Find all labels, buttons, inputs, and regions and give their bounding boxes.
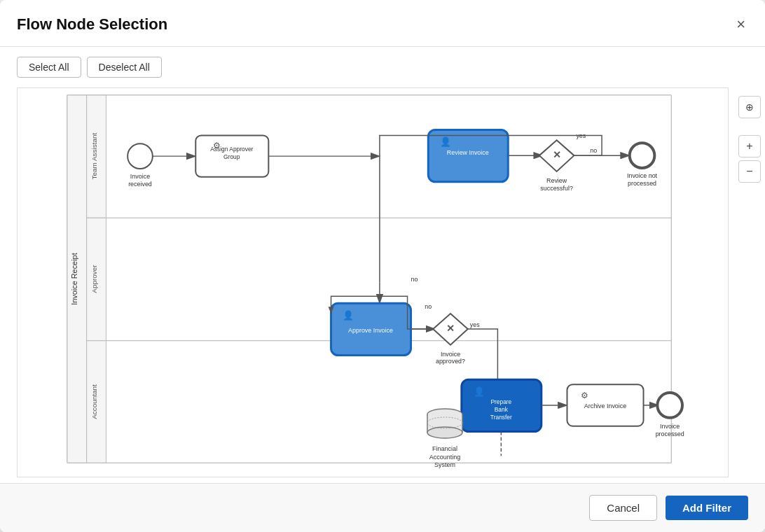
svg-text:👤: 👤 (474, 386, 485, 398)
toolbar: Select All Deselect All (0, 47, 765, 88)
modal-header: Flow Node Selection × (0, 0, 765, 47)
deselect-all-button[interactable]: Deselect All (87, 57, 162, 78)
svg-text:approved?: approved? (436, 358, 465, 365)
svg-text:Invoice: Invoice (130, 173, 150, 180)
svg-text:✕: ✕ (446, 323, 455, 334)
svg-text:processed: processed (656, 430, 684, 438)
svg-text:Group: Group (223, 153, 240, 160)
svg-text:Review Invoice: Review Invoice (447, 149, 489, 156)
zoom-in-button[interactable]: + (738, 135, 761, 158)
diagram-controls: ⊕ + − (734, 88, 765, 483)
svg-text:Invoice: Invoice (660, 423, 680, 430)
svg-text:Archive Invoice: Archive Invoice (584, 402, 626, 410)
modal: Flow Node Selection × Select All Deselec… (0, 0, 765, 532)
svg-point-67 (427, 427, 462, 438)
svg-text:Bank: Bank (495, 406, 509, 413)
svg-text:Invoice: Invoice (441, 351, 460, 358)
svg-text:⚙: ⚙ (581, 391, 588, 400)
add-filter-button[interactable]: Add Filter (666, 496, 748, 520)
modal-title: Flow Node Selection (17, 15, 167, 34)
svg-text:yes: yes (470, 321, 480, 328)
svg-text:processed: processed (628, 180, 656, 187)
cancel-button[interactable]: Cancel (589, 495, 657, 521)
compass-button[interactable]: ⊕ (738, 96, 761, 118)
svg-text:no: no (425, 303, 432, 310)
svg-text:no: no (411, 276, 418, 283)
close-button[interactable]: × (733, 14, 748, 35)
svg-text:👤: 👤 (343, 310, 354, 321)
database-node: FinancialAccountingSystem (424, 406, 466, 470)
zoom-out-button[interactable]: − (738, 160, 761, 183)
svg-point-58 (657, 393, 682, 418)
svg-text:Approver: Approver (90, 265, 98, 293)
svg-text:yes: yes (576, 132, 586, 139)
svg-text:Team Assistant: Team Assistant (90, 133, 98, 180)
svg-text:Prepare: Prepare (490, 398, 511, 405)
svg-text:received: received (128, 181, 152, 188)
select-all-button[interactable]: Select All (17, 57, 81, 78)
modal-footer: Cancel Add Filter (0, 483, 765, 532)
diagram-area: Invoice Receipt Team Assistant Approver … (0, 88, 765, 483)
svg-point-12 (127, 144, 153, 169)
svg-text:Transfer: Transfer (490, 414, 512, 421)
svg-text:Review: Review (546, 177, 567, 184)
svg-point-32 (630, 143, 655, 168)
svg-text:✕: ✕ (553, 149, 561, 160)
svg-text:no: no (590, 147, 597, 154)
svg-text:👤: 👤 (440, 136, 452, 148)
svg-text:Approve Invoice: Approve Invoice (348, 327, 393, 334)
svg-text:Invoice Receipt: Invoice Receipt (70, 253, 78, 304)
svg-text:Invoice not: Invoice not (627, 172, 658, 179)
svg-text:Accountant: Accountant (90, 384, 98, 419)
diagram-canvas[interactable]: Invoice Receipt Team Assistant Approver … (17, 88, 729, 477)
bpmn-diagram: Invoice Receipt Team Assistant Approver … (18, 88, 728, 477)
svg-text:successful?: successful? (540, 185, 573, 192)
svg-text:Assign Approver: Assign Approver (210, 146, 253, 153)
